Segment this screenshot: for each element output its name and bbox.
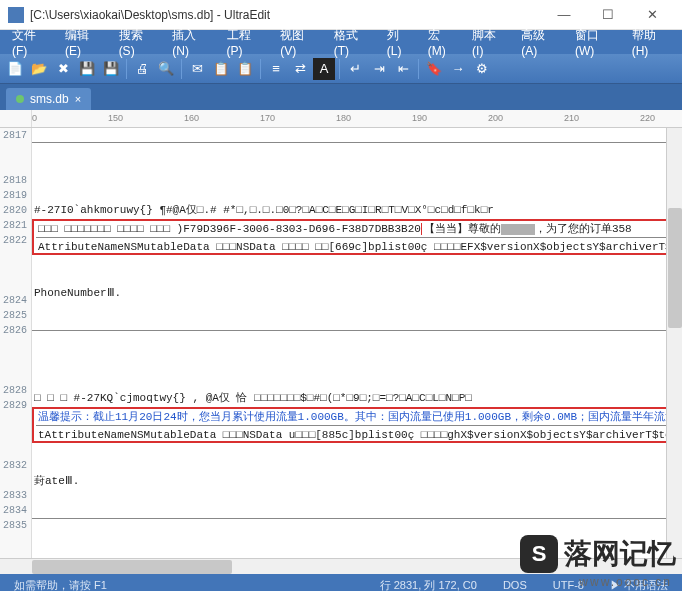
highlight-box-1: □□□ □□□□□□□ □□□□ □□□ )F79D396F-3006-8303… <box>32 219 682 255</box>
menubar: 文件(F) 编辑(E) 搜索(S) 插入(N) 工程(P) 视图(V) 格式(T… <box>0 30 682 54</box>
editor-area[interactable]: 2817 2818 2819 2820 2821 2822 2824 2825 … <box>0 128 682 558</box>
line-number: 2818 <box>0 173 27 188</box>
line-number: 2826 <box>0 323 27 338</box>
ruler-mark: 160 <box>184 113 199 123</box>
scrollbar-vertical[interactable] <box>666 128 682 558</box>
line-number: 2835 <box>0 518 27 533</box>
menu-help[interactable]: 帮助(H) <box>626 25 676 60</box>
line-number: 2824 <box>0 293 27 308</box>
watermark-url: www.oooc.cn <box>579 575 672 589</box>
app-icon <box>8 7 24 23</box>
copy-icon[interactable]: 📋 <box>210 58 232 80</box>
menu-window[interactable]: 窗口(W) <box>569 25 622 60</box>
save-icon[interactable]: 💾 <box>76 58 98 80</box>
config-icon[interactable]: ⚙ <box>471 58 493 80</box>
toolbar-separator <box>339 59 340 79</box>
menu-file[interactable]: 文件(F) <box>6 25 55 60</box>
redacted-text <box>501 224 535 235</box>
tab-close-icon[interactable]: × <box>75 93 81 105</box>
menu-insert[interactable]: 插入(N) <box>166 25 216 60</box>
text-line: PhoneNumberⅢ. <box>32 286 682 301</box>
menu-view[interactable]: 视图(V) <box>274 25 324 60</box>
line-number: 2820 <box>0 203 27 218</box>
text-line: 葑ateⅢ. <box>32 474 682 489</box>
ruler: 0 150 160 170 180 190 200 210 220 <box>0 110 682 128</box>
indent-icon[interactable]: ⇥ <box>368 58 390 80</box>
ruler-mark: 0 <box>32 113 37 123</box>
toolbar-separator <box>126 59 127 79</box>
tabbar: sms.db × <box>0 84 682 110</box>
text-line: #-27I0`ahkmoruwy{} ¶#@A仅□.# #*□,□.□.□0□?… <box>32 203 682 218</box>
window-title: [C:\Users\xiaokai\Desktop\sms.db] - Ultr… <box>30 8 542 22</box>
line-number: 2821 <box>0 218 27 233</box>
scrollbar-horizontal-thumb[interactable] <box>32 560 232 574</box>
editor-content[interactable]: #-27I0`ahkmoruwy{} ¶#@A仅□.# #*□,□.□.□0□?… <box>32 128 682 558</box>
line-number: 2822 <box>0 233 27 248</box>
list-icon[interactable]: ≡ <box>265 58 287 80</box>
toolbar-separator <box>260 59 261 79</box>
line-gutter: 2817 2818 2819 2820 2821 2822 2824 2825 … <box>0 128 32 558</box>
wrap-icon[interactable]: ↵ <box>344 58 366 80</box>
ruler-mark: 220 <box>640 113 655 123</box>
tab-status-icon <box>16 95 24 103</box>
line-number: 2834 <box>0 503 27 518</box>
watermark-icon: S <box>520 535 558 573</box>
watermark-text: 落网记忆 <box>564 535 676 573</box>
new-file-icon[interactable]: 📄 <box>4 58 26 80</box>
status-help: 如需帮助，请按 F1 <box>8 578 113 592</box>
line-number: 2833 <box>0 488 27 503</box>
watermark-logo: S 落网记忆 <box>520 535 676 573</box>
toolbar-separator <box>181 59 182 79</box>
save-as-icon[interactable]: 💾 <box>100 58 122 80</box>
status-mode[interactable]: DOS <box>497 579 533 591</box>
scrollbar-vertical-thumb[interactable] <box>668 208 682 328</box>
preview-icon[interactable]: 🔍 <box>155 58 177 80</box>
line-number: 2817 <box>0 128 27 143</box>
menu-column[interactable]: 列(L) <box>381 25 418 60</box>
ruler-mark: 190 <box>412 113 427 123</box>
line-number: 2819 <box>0 188 27 203</box>
toolbar-separator <box>418 59 419 79</box>
open-file-icon[interactable]: 📂 <box>28 58 50 80</box>
menu-format[interactable]: 格式(T) <box>328 25 377 60</box>
line-number: 2832 <box>0 458 27 473</box>
menu-edit[interactable]: 编辑(E) <box>59 25 109 60</box>
text-line: □□□ □□□□□□□ □□□□ □□□ )F79D396F-3006-8303… <box>36 222 678 237</box>
status-position: 行 2831, 列 172, C0 <box>374 578 483 592</box>
menu-advanced[interactable]: 高级(A) <box>515 25 565 60</box>
compare-icon[interactable]: ⇄ <box>289 58 311 80</box>
ruler-mark: 200 <box>488 113 503 123</box>
print-icon[interactable]: 🖨 <box>131 58 153 80</box>
menu-project[interactable]: 工程(P) <box>221 25 271 60</box>
goto-icon[interactable]: → <box>447 58 469 80</box>
ruler-mark: 170 <box>260 113 275 123</box>
menu-script[interactable]: 脚本(I) <box>466 25 511 60</box>
outdent-icon[interactable]: ⇤ <box>392 58 414 80</box>
line-number: 2825 <box>0 308 27 323</box>
menu-search[interactable]: 搜索(S) <box>113 25 163 60</box>
ruler-mark: 210 <box>564 113 579 123</box>
line-number: 2828 <box>0 383 27 398</box>
bookmark-icon[interactable]: 🔖 <box>423 58 445 80</box>
tab-label: sms.db <box>30 92 69 106</box>
text-line: tAttributeNameNSMutableData □□□NSData u□… <box>36 425 678 440</box>
ruler-mark: 180 <box>336 113 351 123</box>
menu-macro[interactable]: 宏(M) <box>422 25 462 60</box>
line-number: 2829 <box>0 398 27 413</box>
highlight-box-2: 温馨提示：截止11月20日24时，您当月累计使用流量1.000GB。其中：国内流… <box>32 407 682 443</box>
paste-icon[interactable]: 📋 <box>234 58 256 80</box>
text-line: AttributeNameNSMutableData □□□NSData □□□… <box>36 237 678 252</box>
font-icon[interactable]: A <box>313 58 335 80</box>
close-file-icon[interactable]: ✖ <box>52 58 74 80</box>
text-line-sms-alert: 温馨提示：截止11月20日24时，您当月累计使用流量1.000GB。其中：国内流… <box>36 410 678 425</box>
ruler-mark: 150 <box>108 113 123 123</box>
email-icon[interactable]: ✉ <box>186 58 208 80</box>
tab-smsdb[interactable]: sms.db × <box>6 88 91 110</box>
text-line: □ □ □ #-27KQ`cjmoqtwy{} , @A仅 恰 □□□□□□□$… <box>32 391 682 406</box>
